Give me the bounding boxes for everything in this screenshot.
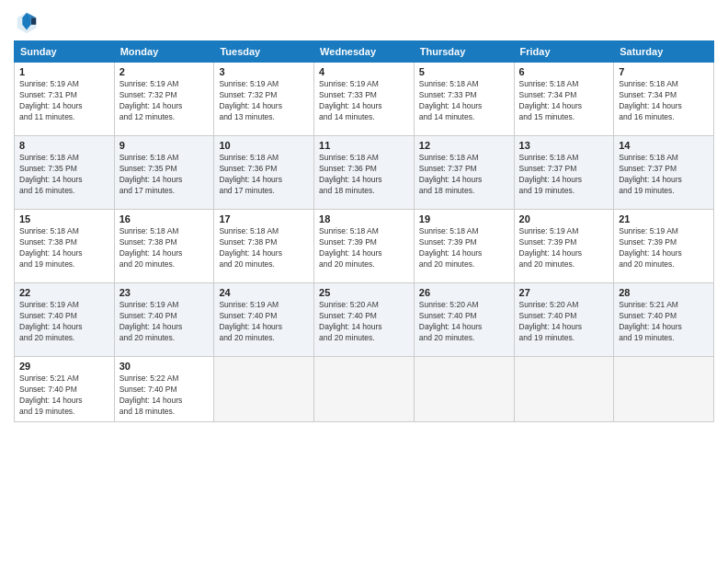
- day-number: 23: [119, 287, 210, 298]
- day-number: 20: [519, 213, 609, 224]
- calendar-cell: 30Sunrise: 5:22 AM Sunset: 7:40 PM Dayli…: [114, 357, 214, 422]
- day-info: Sunrise: 5:20 AM Sunset: 7:40 PM Dayligh…: [519, 300, 609, 344]
- calendar-cell: 29Sunrise: 5:21 AM Sunset: 7:40 PM Dayli…: [15, 357, 115, 422]
- calendar-cell: 11Sunrise: 5:18 AM Sunset: 7:36 PM Dayli…: [314, 136, 415, 210]
- day-info: Sunrise: 5:21 AM Sunset: 7:40 PM Dayligh…: [19, 373, 109, 418]
- day-number: 16: [119, 213, 210, 224]
- day-number: 11: [319, 140, 409, 151]
- calendar-cell: 6Sunrise: 5:18 AM Sunset: 7:34 PM Daylig…: [514, 63, 614, 136]
- day-info: Sunrise: 5:18 AM Sunset: 7:36 PM Dayligh…: [219, 153, 309, 197]
- day-info: Sunrise: 5:21 AM Sunset: 7:40 PM Dayligh…: [619, 300, 709, 344]
- day-number: 24: [219, 287, 309, 298]
- day-info: Sunrise: 5:18 AM Sunset: 7:34 PM Dayligh…: [519, 79, 609, 123]
- calendar-cell: 3Sunrise: 5:19 AM Sunset: 7:32 PM Daylig…: [214, 63, 314, 136]
- calendar-cell: 1Sunrise: 5:19 AM Sunset: 7:31 PM Daylig…: [15, 63, 115, 136]
- day-info: Sunrise: 5:19 AM Sunset: 7:32 PM Dayligh…: [119, 79, 210, 123]
- calendar-cell: [214, 357, 314, 422]
- calendar-cell: 2Sunrise: 5:19 AM Sunset: 7:32 PM Daylig…: [114, 63, 214, 136]
- day-number: 26: [419, 287, 509, 298]
- calendar-header-thursday: Thursday: [414, 41, 514, 63]
- day-number: 28: [619, 287, 709, 298]
- calendar-week-1: 1Sunrise: 5:19 AM Sunset: 7:31 PM Daylig…: [15, 63, 714, 136]
- day-info: Sunrise: 5:19 AM Sunset: 7:40 PM Dayligh…: [219, 300, 309, 344]
- day-number: 18: [319, 213, 409, 224]
- day-info: Sunrise: 5:19 AM Sunset: 7:40 PM Dayligh…: [19, 300, 109, 344]
- logo: [14, 9, 43, 35]
- calendar-week-2: 8Sunrise: 5:18 AM Sunset: 7:35 PM Daylig…: [15, 136, 714, 210]
- day-info: Sunrise: 5:18 AM Sunset: 7:37 PM Dayligh…: [619, 153, 709, 197]
- calendar-week-4: 22Sunrise: 5:19 AM Sunset: 7:40 PM Dayli…: [15, 283, 714, 357]
- calendar-header-saturday: Saturday: [614, 41, 714, 63]
- day-info: Sunrise: 5:18 AM Sunset: 7:39 PM Dayligh…: [419, 226, 509, 270]
- day-info: Sunrise: 5:18 AM Sunset: 7:33 PM Dayligh…: [419, 79, 509, 123]
- day-info: Sunrise: 5:18 AM Sunset: 7:35 PM Dayligh…: [19, 153, 109, 197]
- day-number: 30: [119, 361, 210, 372]
- day-number: 13: [519, 140, 609, 151]
- calendar-cell: 17Sunrise: 5:18 AM Sunset: 7:38 PM Dayli…: [214, 210, 314, 283]
- day-number: 25: [319, 287, 409, 298]
- calendar-cell: 9Sunrise: 5:18 AM Sunset: 7:35 PM Daylig…: [114, 136, 214, 210]
- day-info: Sunrise: 5:19 AM Sunset: 7:39 PM Dayligh…: [619, 226, 709, 270]
- day-info: Sunrise: 5:18 AM Sunset: 7:39 PM Dayligh…: [319, 226, 409, 270]
- calendar-cell: 26Sunrise: 5:20 AM Sunset: 7:40 PM Dayli…: [414, 283, 514, 357]
- day-number: 29: [19, 361, 109, 372]
- day-info: Sunrise: 5:19 AM Sunset: 7:33 PM Dayligh…: [319, 79, 409, 123]
- calendar-cell: 20Sunrise: 5:19 AM Sunset: 7:39 PM Dayli…: [514, 210, 614, 283]
- day-number: 1: [19, 66, 109, 77]
- day-info: Sunrise: 5:22 AM Sunset: 7:40 PM Dayligh…: [119, 373, 210, 418]
- calendar-cell: 16Sunrise: 5:18 AM Sunset: 7:38 PM Dayli…: [114, 210, 214, 283]
- day-info: Sunrise: 5:18 AM Sunset: 7:37 PM Dayligh…: [419, 153, 509, 197]
- calendar-week-3: 15Sunrise: 5:18 AM Sunset: 7:38 PM Dayli…: [15, 210, 714, 283]
- calendar-header-row: SundayMondayTuesdayWednesdayThursdayFrid…: [15, 41, 714, 63]
- day-number: 3: [219, 66, 309, 77]
- calendar-cell: 21Sunrise: 5:19 AM Sunset: 7:39 PM Dayli…: [614, 210, 714, 283]
- day-number: 4: [319, 66, 409, 77]
- calendar-cell: 12Sunrise: 5:18 AM Sunset: 7:37 PM Dayli…: [414, 136, 514, 210]
- page: SundayMondayTuesdayWednesdayThursdayFrid…: [0, 0, 728, 563]
- calendar-header-wednesday: Wednesday: [314, 41, 415, 63]
- day-number: 27: [519, 287, 609, 298]
- day-number: 12: [419, 140, 509, 151]
- calendar-cell: 27Sunrise: 5:20 AM Sunset: 7:40 PM Dayli…: [514, 283, 614, 357]
- day-info: Sunrise: 5:18 AM Sunset: 7:34 PM Dayligh…: [619, 79, 709, 123]
- day-info: Sunrise: 5:20 AM Sunset: 7:40 PM Dayligh…: [419, 300, 509, 344]
- calendar-cell: [414, 357, 514, 422]
- day-number: 2: [119, 66, 210, 77]
- calendar-cell: 18Sunrise: 5:18 AM Sunset: 7:39 PM Dayli…: [314, 210, 415, 283]
- calendar-header-sunday: Sunday: [15, 41, 115, 63]
- day-info: Sunrise: 5:18 AM Sunset: 7:37 PM Dayligh…: [519, 153, 609, 197]
- day-number: 17: [219, 213, 309, 224]
- day-number: 19: [419, 213, 509, 224]
- calendar-cell: 14Sunrise: 5:18 AM Sunset: 7:37 PM Dayli…: [614, 136, 714, 210]
- day-info: Sunrise: 5:18 AM Sunset: 7:38 PM Dayligh…: [219, 226, 309, 270]
- day-number: 7: [619, 66, 709, 77]
- calendar-cell: 15Sunrise: 5:18 AM Sunset: 7:38 PM Dayli…: [15, 210, 115, 283]
- day-number: 21: [619, 213, 709, 224]
- day-number: 5: [419, 66, 509, 77]
- calendar-cell: 23Sunrise: 5:19 AM Sunset: 7:40 PM Dayli…: [114, 283, 214, 357]
- day-number: 9: [119, 140, 210, 151]
- day-number: 6: [519, 66, 609, 77]
- day-number: 22: [19, 287, 109, 298]
- calendar-cell: 5Sunrise: 5:18 AM Sunset: 7:33 PM Daylig…: [414, 63, 514, 136]
- calendar-cell: [314, 357, 415, 422]
- day-info: Sunrise: 5:20 AM Sunset: 7:40 PM Dayligh…: [319, 300, 409, 344]
- calendar-cell: 28Sunrise: 5:21 AM Sunset: 7:40 PM Dayli…: [614, 283, 714, 357]
- calendar-header-tuesday: Tuesday: [214, 41, 314, 63]
- day-number: 15: [19, 213, 109, 224]
- day-number: 8: [19, 140, 109, 151]
- calendar-cell: 10Sunrise: 5:18 AM Sunset: 7:36 PM Dayli…: [214, 136, 314, 210]
- logo-icon: [14, 9, 40, 35]
- calendar-cell: 19Sunrise: 5:18 AM Sunset: 7:39 PM Dayli…: [414, 210, 514, 283]
- day-info: Sunrise: 5:19 AM Sunset: 7:40 PM Dayligh…: [119, 300, 210, 344]
- calendar-cell: 13Sunrise: 5:18 AM Sunset: 7:37 PM Dayli…: [514, 136, 614, 210]
- calendar-cell: 25Sunrise: 5:20 AM Sunset: 7:40 PM Dayli…: [314, 283, 415, 357]
- day-number: 10: [219, 140, 309, 151]
- calendar-header-monday: Monday: [114, 41, 214, 63]
- calendar-cell: 7Sunrise: 5:18 AM Sunset: 7:34 PM Daylig…: [614, 63, 714, 136]
- day-info: Sunrise: 5:18 AM Sunset: 7:35 PM Dayligh…: [119, 153, 210, 197]
- day-info: Sunrise: 5:19 AM Sunset: 7:39 PM Dayligh…: [519, 226, 609, 270]
- day-info: Sunrise: 5:18 AM Sunset: 7:38 PM Dayligh…: [119, 226, 210, 270]
- calendar-header-friday: Friday: [514, 41, 614, 63]
- day-info: Sunrise: 5:18 AM Sunset: 7:38 PM Dayligh…: [19, 226, 109, 270]
